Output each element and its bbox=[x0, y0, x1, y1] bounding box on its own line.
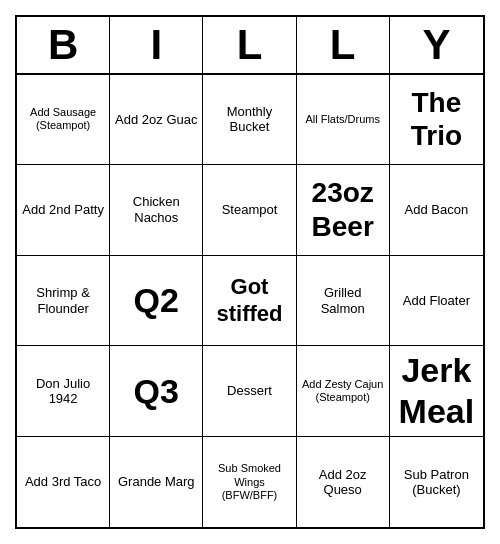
bingo-cell-11: Q2 bbox=[110, 256, 203, 347]
bingo-cell-21: Grande Marg bbox=[110, 437, 203, 528]
bingo-cell-22: Sub Smoked Wings (BFW/BFF) bbox=[203, 437, 296, 528]
header-letter-I: I bbox=[110, 17, 203, 73]
bingo-cell-14: Add Floater bbox=[390, 256, 483, 347]
bingo-cell-4: The Trio bbox=[390, 75, 483, 166]
cell-text-10: Shrimp & Flounder bbox=[21, 285, 105, 316]
cell-text-22: Sub Smoked Wings (BFW/BFF) bbox=[207, 462, 291, 502]
bingo-cell-16: Q3 bbox=[110, 346, 203, 437]
cell-text-4: The Trio bbox=[394, 86, 479, 153]
cell-text-23: Add 2oz Queso bbox=[301, 467, 385, 498]
bingo-cell-1: Add 2oz Guac bbox=[110, 75, 203, 166]
bingo-cell-9: Add Bacon bbox=[390, 165, 483, 256]
cell-text-12: Got stiffed bbox=[207, 274, 291, 327]
header-letter-B: B bbox=[17, 17, 110, 73]
cell-text-9: Add Bacon bbox=[405, 202, 469, 218]
cell-text-5: Add 2nd Patty bbox=[22, 202, 104, 218]
cell-text-16: Q3 bbox=[134, 371, 179, 412]
cell-text-24: Sub Patron (Bucket) bbox=[394, 467, 479, 498]
bingo-cell-13: Grilled Salmon bbox=[297, 256, 390, 347]
cell-text-0: Add Sausage (Steampot) bbox=[21, 106, 105, 132]
bingo-cell-0: Add Sausage (Steampot) bbox=[17, 75, 110, 166]
bingo-cell-8: 23oz Beer bbox=[297, 165, 390, 256]
cell-text-14: Add Floater bbox=[403, 293, 470, 309]
cell-text-17: Dessert bbox=[227, 383, 272, 399]
cell-text-1: Add 2oz Guac bbox=[115, 112, 197, 128]
bingo-cell-5: Add 2nd Patty bbox=[17, 165, 110, 256]
bingo-cell-23: Add 2oz Queso bbox=[297, 437, 390, 528]
cell-text-11: Q2 bbox=[134, 280, 179, 321]
bingo-cell-17: Dessert bbox=[203, 346, 296, 437]
bingo-cell-18: Add Zesty Cajun (Steampot) bbox=[297, 346, 390, 437]
header-row: BILLY bbox=[17, 17, 483, 75]
cell-text-3: All Flats/Drums bbox=[305, 113, 380, 126]
bingo-cell-7: Steampot bbox=[203, 165, 296, 256]
bingo-cell-12: Got stiffed bbox=[203, 256, 296, 347]
header-letter-L: L bbox=[203, 17, 296, 73]
cell-text-7: Steampot bbox=[222, 202, 278, 218]
header-letter-Y: Y bbox=[390, 17, 483, 73]
cell-text-20: Add 3rd Taco bbox=[25, 474, 101, 490]
bingo-cell-19: Jerk Meal bbox=[390, 346, 483, 437]
cell-text-19: Jerk Meal bbox=[394, 350, 479, 432]
cell-text-21: Grande Marg bbox=[118, 474, 195, 490]
bingo-cell-15: Don Julio 1942 bbox=[17, 346, 110, 437]
bingo-cell-6: Chicken Nachos bbox=[110, 165, 203, 256]
bingo-cell-20: Add 3rd Taco bbox=[17, 437, 110, 528]
cell-text-6: Chicken Nachos bbox=[114, 194, 198, 225]
bingo-cell-10: Shrimp & Flounder bbox=[17, 256, 110, 347]
bingo-cell-3: All Flats/Drums bbox=[297, 75, 390, 166]
bingo-cell-2: Monthly Bucket bbox=[203, 75, 296, 166]
bingo-card: BILLY Add Sausage (Steampot)Add 2oz Guac… bbox=[15, 15, 485, 530]
header-letter-L: L bbox=[297, 17, 390, 73]
bingo-grid: Add Sausage (Steampot)Add 2oz GuacMonthl… bbox=[17, 75, 483, 528]
cell-text-2: Monthly Bucket bbox=[207, 104, 291, 135]
bingo-cell-24: Sub Patron (Bucket) bbox=[390, 437, 483, 528]
cell-text-8: 23oz Beer bbox=[301, 176, 385, 243]
cell-text-18: Add Zesty Cajun (Steampot) bbox=[301, 378, 385, 404]
cell-text-13: Grilled Salmon bbox=[301, 285, 385, 316]
cell-text-15: Don Julio 1942 bbox=[21, 376, 105, 407]
